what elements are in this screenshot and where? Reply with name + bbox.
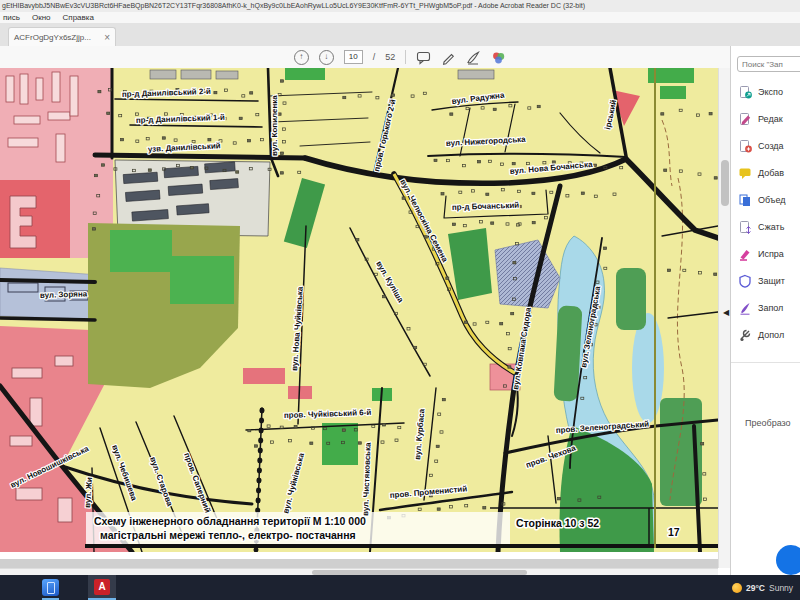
window-title: gEtHIBavybbJ5NBwEv3cVU3BRct6HFaeBQpBN26T… [0,0,800,12]
comment-icon[interactable] [416,50,431,65]
taskbar-acrobat-button[interactable]: A [88,575,116,600]
document-tab-title: ACFrOgDgYx6sZjjp... [14,33,91,42]
street-label: вул. Копиленка [270,95,279,156]
compress-pdf-icon [738,220,752,234]
protect-pdf-icon [738,274,752,288]
highlight-pen-icon [738,247,752,261]
map-page: пр-д Данилівський 2-йпр-д Данилівський 1… [0,68,718,568]
menu-item-help[interactable]: Справка [63,13,94,22]
main-toolbar: ↑ ↓ 10 / 52 [0,46,800,69]
fill-sign-icon [738,301,752,315]
combine-files-icon [738,193,752,207]
tool-item-edit-pdf[interactable]: Редак [731,105,800,132]
tool-item-compress-pdf[interactable]: Сжать [731,213,800,240]
fill-sign-toolbar-icon[interactable] [466,50,481,65]
tool-label: Редак [758,114,783,124]
map-caption-line2: магістральні мережі тепло-, електро- пос… [100,529,356,541]
tool-item-create-pdf[interactable]: Созда [731,132,800,159]
export-pdf-icon [738,85,752,99]
document-area[interactable]: пр-д Данилівський 2-йпр-д Данилівський 1… [0,68,718,568]
weather-temp: 29°C [746,583,765,593]
tool-item-fill-sign[interactable]: Запол [731,294,800,321]
page-down-button[interactable]: ↓ [319,50,334,65]
page-total: 52 [385,52,395,62]
tool-label: Добав [758,168,784,178]
tool-item-export-pdf[interactable]: Экспо [731,78,800,105]
tool-label: Защит [758,276,785,286]
page-up-button[interactable]: ↑ [294,50,309,65]
tab-bar: ACFrOgDgYx6sZjjp... × [0,23,800,47]
menu-bar: пись Окно Справка [0,12,800,23]
map-caption-line1: Схему інженерного обладнання території М… [94,515,366,527]
tab-close-icon[interactable]: × [104,33,110,43]
tools-search-input[interactable] [737,56,800,72]
tool-label: Экспо [758,87,783,97]
panel-promo-text: Преобразо [745,418,800,428]
vertical-scrollbar-thumb[interactable] [721,160,729,206]
tools-color-icon[interactable] [491,50,506,65]
tool-label: Объед [758,195,786,205]
panel-collapse-arrow-icon[interactable]: ◀ [723,308,729,318]
tool-item-combine-files[interactable]: Объед [731,186,800,213]
panel-divider [731,362,800,363]
tool-label: Запол [758,303,783,313]
tool-label: Допол [758,330,784,340]
toolbar-divider [405,50,406,64]
tool-label: Испра [758,249,784,259]
convert-pdf-button[interactable] [776,545,800,575]
tool-label: Сжать [758,222,784,232]
sun-icon [732,583,742,593]
comment-icon [738,166,752,180]
tool-item-highlight-pen[interactable]: Испра [731,240,800,267]
tools-list: ЭкспоРедакСоздаДобавОбъедСжатьИспраЗащит… [731,78,800,348]
taskbar-app-icon[interactable] [42,579,59,596]
windows-taskbar: A 29°C Sunny [0,575,800,600]
pencil-icon[interactable] [441,50,456,65]
taskbar-weather-widget[interactable]: 29°C Sunny [732,575,800,600]
map-sheet-number: 17 [668,526,680,538]
acrobat-icon: A [94,579,110,595]
page-separator: / [373,52,376,62]
tool-label: Созда [758,141,784,151]
map-page-label: Сторінка 10 з 52 [516,517,599,529]
menu-item-window[interactable]: Окно [32,13,51,22]
tool-item-protect-pdf[interactable]: Защит [731,267,800,294]
weather-condition: Sunny [769,583,793,593]
menu-item-signature[interactable]: пись [3,13,20,22]
edit-pdf-icon [738,112,752,126]
page-number-input[interactable]: 10 [344,50,363,64]
create-pdf-icon [738,139,752,153]
tool-item-more-tools[interactable]: Допол [731,321,800,348]
more-tools-icon [738,328,752,342]
street-label: вул. Зоряна [40,289,88,300]
tool-item-comment[interactable]: Добав [731,159,800,186]
tools-panel: ЭкспоРедакСоздаДобавОбъедСжатьИспраЗащит… [730,46,800,575]
document-tab[interactable]: ACFrOgDgYx6sZjjp... × [8,27,116,47]
